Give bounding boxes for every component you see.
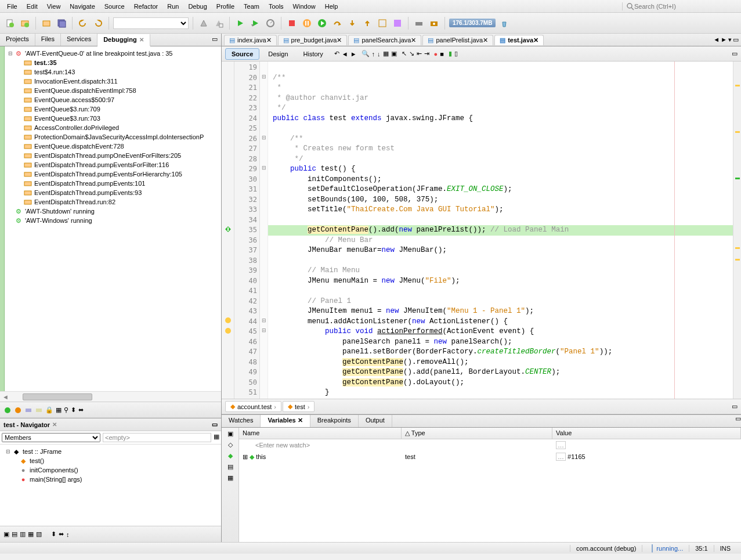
menu-run[interactable]: Run	[162, 2, 183, 11]
show-watches-button[interactable]: ▣	[227, 430, 233, 438]
find-selection-button[interactable]: 🔍	[362, 50, 370, 57]
stack-frame[interactable]: ProtectionDomain$JavaSecurityAccessImpl.…	[5, 132, 221, 142]
close-icon[interactable]: ✕	[411, 37, 416, 44]
stack-frame[interactable]: EventDispatchThread.run:82	[5, 197, 221, 207]
clean-build-button[interactable]	[212, 17, 225, 30]
tab-projects[interactable]: Projects	[0, 34, 35, 46]
close-icon[interactable]: ✕	[266, 37, 272, 44]
close-icon[interactable]: ✕	[483, 37, 488, 44]
create-watch-button[interactable]: ◇	[228, 441, 233, 449]
source-mode-button[interactable]: Source	[225, 48, 259, 60]
col-value[interactable]: Value	[552, 428, 741, 439]
stack-frame[interactable]: EventDispatchThread.pumpEventsForHierarc…	[5, 169, 221, 179]
stack-frame[interactable]: EventQueue$3.run:703	[5, 114, 221, 123]
build-button[interactable]	[197, 17, 210, 30]
minimize-button[interactable]: ▭	[735, 415, 741, 427]
shift-right-button[interactable]: ⇥	[424, 50, 429, 57]
menu-tools[interactable]: Tools	[264, 2, 288, 11]
split-button[interactable]: ▭	[732, 50, 738, 57]
history-mode-button[interactable]: History	[297, 48, 330, 60]
menu-refactor[interactable]: Refactor	[129, 2, 163, 11]
menu-navigate[interactable]: Navigate	[65, 2, 99, 11]
scroll-right-button[interactable]: ►	[721, 36, 727, 44]
stack-frame[interactable]: test$4.run:143	[5, 67, 221, 77]
menu-team[interactable]: Team	[239, 2, 264, 11]
nav-filter-5[interactable]: ▧	[36, 530, 42, 538]
close-icon[interactable]: ✕	[139, 37, 144, 43]
nav-filter-4[interactable]: ▦	[28, 530, 34, 538]
global-search[interactable]	[622, 2, 739, 10]
editor-tab[interactable]: ▤pre_budget.java✕	[278, 35, 348, 45]
show-evaluator-button[interactable]: ◆	[228, 452, 233, 460]
menu-help[interactable]: Help	[320, 2, 343, 11]
maximize-button[interactable]: ▭	[733, 36, 739, 44]
variables-table[interactable]: Name △ Type Value <Enter new watch> … ⊞ …	[239, 428, 741, 542]
menu-view[interactable]: View	[42, 2, 66, 11]
debug-button[interactable]: ▾	[249, 17, 262, 30]
find-prev-button[interactable]: ↑	[372, 50, 375, 57]
menu-source[interactable]: Source	[100, 2, 129, 11]
editor-tab[interactable]: ▤panelSearch.java✕	[348, 35, 421, 45]
col-type[interactable]: △ Type	[402, 428, 552, 439]
run-button[interactable]	[234, 17, 247, 30]
undo-button[interactable]	[77, 17, 89, 30]
nav-sort-2[interactable]: ⬌	[59, 530, 64, 538]
navigator-tree[interactable]: ⊟◆test :: JFrame ◆test() ●initComponents…	[0, 445, 221, 526]
col-name[interactable]: Name	[239, 428, 402, 439]
design-mode-button[interactable]: Design	[262, 48, 294, 60]
status-ins[interactable]: INS	[714, 545, 736, 552]
stack-frame[interactable]: EventDispatchThread.pumpEvents:101	[5, 179, 221, 188]
suspend-thread-button[interactable]	[14, 406, 22, 414]
pop-frame-button[interactable]	[35, 406, 43, 414]
nav-sort-3[interactable]: ↕	[66, 531, 70, 538]
show-list-button[interactable]: ▦	[227, 474, 233, 482]
continue-button[interactable]	[316, 17, 328, 30]
debug-thread[interactable]: ⚙'AWT-Shutdown' running	[5, 207, 221, 216]
debug-thread[interactable]: ⚙'AWT-Windows' running	[5, 216, 221, 225]
overview-ruler[interactable]	[733, 62, 741, 399]
open-button[interactable]	[40, 17, 53, 30]
minimize-button[interactable]: ▭	[212, 421, 218, 428]
expand-icon[interactable]: ⊞	[243, 453, 248, 460]
stack-frame[interactable]: EventDispatchThread.pumpOneEventForFilte…	[5, 151, 221, 160]
threads-button[interactable]: ⬍	[71, 406, 76, 414]
ellipsis-button[interactable]: …	[556, 441, 566, 449]
stack-frame[interactable]: test.:35	[5, 58, 221, 67]
tabs-dropdown-button[interactable]: ▾	[728, 36, 732, 44]
stack-frame[interactable]: EventDispatchThread.pumpEvents:93	[5, 188, 221, 197]
attach-button[interactable]	[413, 17, 425, 30]
next-bookmark-button[interactable]: ↘	[409, 50, 414, 57]
breadcrumb-method[interactable]: ◆test›	[283, 401, 315, 412]
stack-frame[interactable]: EventQueue.dispatchEventImpl:758	[5, 86, 221, 95]
horizontal-scrollbar[interactable]: ◄	[0, 391, 221, 402]
memory-indicator[interactable]: 176.1/303.7MB	[449, 19, 496, 27]
tab-debugging[interactable]: Debugging✕	[97, 34, 150, 46]
stack-frame[interactable]: EventQueue.dispatchEvent:728	[5, 142, 221, 151]
step-out-button[interactable]	[361, 17, 374, 30]
menu-file[interactable]: File	[2, 2, 22, 11]
debug-thread-root[interactable]: ⊟⚙'AWT-EventQueue-0' at line breakpoint …	[5, 49, 221, 58]
stack-frame[interactable]: AccessController.doPrivileged	[5, 123, 221, 132]
nav-filter-2[interactable]: ▤	[12, 530, 17, 538]
tab-watches[interactable]: Watches	[222, 415, 261, 427]
filter-options-button[interactable]: ▦	[214, 433, 219, 442]
resume-thread-button[interactable]	[3, 406, 12, 414]
breadcrumb-close-button[interactable]: ▭	[732, 403, 738, 410]
stack-frame[interactable]: EventDispatchThread.pumpEventsForFilter:…	[5, 160, 221, 169]
lock-button[interactable]: 🔒	[45, 406, 53, 414]
comment-button[interactable]: ▮	[449, 50, 452, 57]
tab-services[interactable]: Services	[61, 34, 97, 46]
minimize-button[interactable]: ▭	[208, 34, 221, 46]
monitor-button[interactable]: ▦	[56, 406, 62, 414]
scroll-left-button[interactable]: ◄	[713, 36, 720, 44]
members-select[interactable]: Members	[2, 433, 100, 442]
toggle-bookmark-button[interactable]: ▣	[391, 50, 397, 57]
code-area[interactable]: /** * * @author chanvit.jar */public cla…	[268, 62, 733, 399]
shift-left-button[interactable]: ⇤	[417, 50, 422, 57]
menu-window[interactable]: Window	[288, 2, 320, 11]
debug-call-stack[interactable]: ⊟⚙'AWT-EventQueue-0' at line breakpoint …	[5, 46, 221, 391]
stack-frame[interactable]: InvocationEvent.dispatch:311	[5, 77, 221, 86]
navigator-filter-input[interactable]	[103, 433, 211, 442]
new-watch-input[interactable]: <Enter new watch>	[239, 440, 402, 450]
close-icon[interactable]: ✕	[533, 37, 538, 44]
